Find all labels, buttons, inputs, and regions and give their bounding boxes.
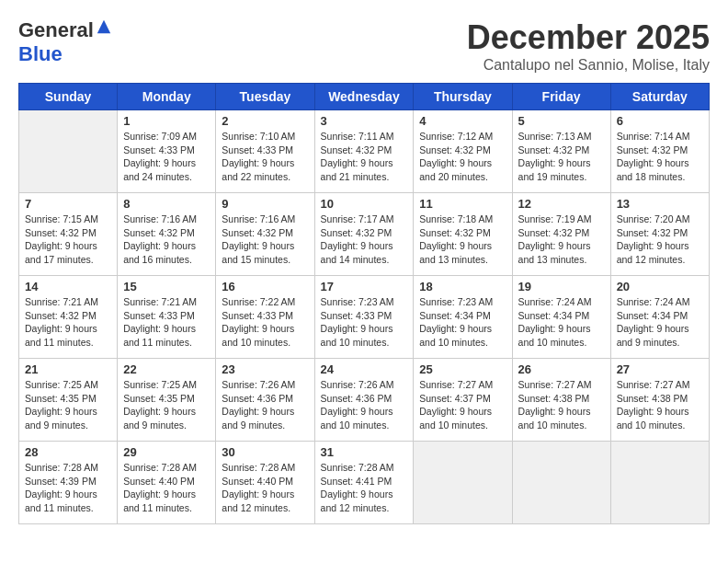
svg-marker-0 — [97, 20, 110, 33]
cell-info: Sunrise: 7:18 AMSunset: 4:32 PMDaylight:… — [419, 213, 506, 267]
cell-info: Sunrise: 7:24 AMSunset: 4:34 PMDaylight:… — [518, 295, 605, 350]
calendar-cell: 6Sunrise: 7:14 AMSunset: 4:32 PMDaylight… — [610, 110, 709, 193]
calendar-header-row: SundayMondayTuesdayWednesdayThursdayFrid… — [19, 84, 710, 110]
logo-icon — [96, 18, 112, 35]
column-header-wednesday: Wednesday — [314, 84, 414, 110]
calendar-cell: 28Sunrise: 7:28 AMSunset: 4:39 PMDayligh… — [19, 442, 118, 524]
day-number: 19 — [518, 280, 605, 293]
column-header-friday: Friday — [512, 84, 610, 110]
cell-info: Sunrise: 7:10 AMSunset: 4:33 PMDaylight:… — [222, 130, 308, 184]
column-header-thursday: Thursday — [414, 84, 512, 110]
day-number: 4 — [419, 114, 506, 128]
day-number: 21 — [25, 362, 111, 376]
calendar-cell: 17Sunrise: 7:23 AMSunset: 4:33 PMDayligh… — [314, 276, 414, 359]
logo-general-text: General — [18, 18, 94, 42]
day-number: 23 — [222, 362, 308, 376]
calendar-cell: 4Sunrise: 7:12 AMSunset: 4:32 PMDaylight… — [414, 110, 512, 193]
cell-info: Sunrise: 7:17 AMSunset: 4:32 PMDaylight:… — [321, 213, 408, 267]
calendar-week-2: 7Sunrise: 7:15 AMSunset: 4:32 PMDaylight… — [19, 193, 710, 276]
day-number: 18 — [419, 280, 506, 293]
column-header-sunday: Sunday — [19, 84, 118, 110]
cell-info: Sunrise: 7:26 AMSunset: 4:36 PMDaylight:… — [222, 378, 308, 432]
day-number: 25 — [419, 362, 506, 376]
day-number: 9 — [222, 197, 308, 211]
day-number: 13 — [617, 197, 703, 211]
cell-info: Sunrise: 7:21 AMSunset: 4:32 PMDaylight:… — [25, 295, 111, 350]
column-header-saturday: Saturday — [610, 84, 709, 110]
calendar-cell: 20Sunrise: 7:24 AMSunset: 4:34 PMDayligh… — [610, 276, 709, 359]
cell-info: Sunrise: 7:28 AMSunset: 4:40 PMDaylight:… — [123, 461, 210, 515]
calendar-cell: 18Sunrise: 7:23 AMSunset: 4:34 PMDayligh… — [414, 276, 512, 359]
calendar-cell: 15Sunrise: 7:21 AMSunset: 4:33 PMDayligh… — [118, 276, 216, 359]
calendar-cell — [610, 442, 709, 524]
day-number: 10 — [321, 197, 408, 211]
calendar-cell: 13Sunrise: 7:20 AMSunset: 4:32 PMDayligh… — [610, 193, 709, 276]
calendar-cell: 1Sunrise: 7:09 AMSunset: 4:33 PMDaylight… — [118, 110, 216, 193]
calendar-cell: 25Sunrise: 7:27 AMSunset: 4:37 PMDayligh… — [414, 359, 512, 442]
calendar-cell: 2Sunrise: 7:10 AMSunset: 4:33 PMDaylight… — [216, 110, 314, 193]
day-number: 17 — [321, 280, 408, 293]
day-number: 15 — [123, 280, 210, 293]
cell-info: Sunrise: 7:15 AMSunset: 4:32 PMDaylight:… — [25, 213, 111, 267]
cell-info: Sunrise: 7:23 AMSunset: 4:33 PMDaylight:… — [321, 295, 408, 350]
cell-info: Sunrise: 7:16 AMSunset: 4:32 PMDaylight:… — [123, 213, 210, 267]
calendar-body: 1Sunrise: 7:09 AMSunset: 4:33 PMDaylight… — [19, 110, 710, 524]
cell-info: Sunrise: 7:22 AMSunset: 4:33 PMDaylight:… — [222, 295, 308, 350]
calendar-cell — [19, 110, 118, 193]
day-number: 26 — [518, 362, 605, 376]
calendar-cell: 30Sunrise: 7:28 AMSunset: 4:40 PMDayligh… — [216, 442, 314, 524]
cell-info: Sunrise: 7:16 AMSunset: 4:32 PMDaylight:… — [222, 213, 308, 267]
day-number: 12 — [518, 197, 605, 211]
day-number: 2 — [222, 114, 308, 128]
day-number: 11 — [419, 197, 506, 211]
cell-info: Sunrise: 7:21 AMSunset: 4:33 PMDaylight:… — [123, 295, 210, 350]
cell-info: Sunrise: 7:24 AMSunset: 4:34 PMDaylight:… — [617, 295, 703, 350]
cell-info: Sunrise: 7:14 AMSunset: 4:32 PMDaylight:… — [617, 130, 703, 184]
calendar-week-1: 1Sunrise: 7:09 AMSunset: 4:33 PMDaylight… — [19, 110, 710, 193]
column-header-tuesday: Tuesday — [216, 84, 314, 110]
calendar-cell: 26Sunrise: 7:27 AMSunset: 4:38 PMDayligh… — [512, 359, 610, 442]
calendar-cell: 31Sunrise: 7:28 AMSunset: 4:41 PMDayligh… — [314, 442, 414, 524]
day-number: 31 — [321, 445, 408, 459]
cell-info: Sunrise: 7:27 AMSunset: 4:38 PMDaylight:… — [617, 378, 703, 432]
calendar-cell: 8Sunrise: 7:16 AMSunset: 4:32 PMDaylight… — [118, 193, 216, 276]
day-number: 28 — [25, 445, 111, 459]
day-number: 14 — [25, 280, 111, 293]
day-number: 6 — [617, 114, 703, 128]
calendar-cell: 11Sunrise: 7:18 AMSunset: 4:32 PMDayligh… — [414, 193, 512, 276]
day-number: 3 — [321, 114, 408, 128]
day-number: 27 — [617, 362, 703, 376]
day-number: 16 — [222, 280, 308, 293]
cell-info: Sunrise: 7:26 AMSunset: 4:36 PMDaylight:… — [321, 378, 408, 432]
cell-info: Sunrise: 7:28 AMSunset: 4:41 PMDaylight:… — [321, 461, 408, 515]
cell-info: Sunrise: 7:23 AMSunset: 4:34 PMDaylight:… — [419, 295, 506, 350]
cell-info: Sunrise: 7:27 AMSunset: 4:38 PMDaylight:… — [518, 378, 605, 432]
calendar-cell: 23Sunrise: 7:26 AMSunset: 4:36 PMDayligh… — [216, 359, 314, 442]
cell-info: Sunrise: 7:12 AMSunset: 4:32 PMDaylight:… — [419, 130, 506, 184]
calendar-cell: 14Sunrise: 7:21 AMSunset: 4:32 PMDayligh… — [19, 276, 118, 359]
calendar-cell: 7Sunrise: 7:15 AMSunset: 4:32 PMDaylight… — [19, 193, 118, 276]
day-number: 8 — [123, 197, 210, 211]
logo: General Blue — [18, 18, 112, 66]
calendar-cell: 19Sunrise: 7:24 AMSunset: 4:34 PMDayligh… — [512, 276, 610, 359]
calendar-week-5: 28Sunrise: 7:28 AMSunset: 4:39 PMDayligh… — [19, 442, 710, 524]
calendar-table: SundayMondayTuesdayWednesdayThursdayFrid… — [18, 83, 710, 524]
cell-info: Sunrise: 7:20 AMSunset: 4:32 PMDaylight:… — [617, 213, 703, 267]
day-number: 20 — [617, 280, 703, 293]
cell-info: Sunrise: 7:28 AMSunset: 4:40 PMDaylight:… — [222, 461, 308, 515]
calendar-cell: 22Sunrise: 7:25 AMSunset: 4:35 PMDayligh… — [118, 359, 216, 442]
day-number: 1 — [123, 114, 210, 128]
calendar-week-4: 21Sunrise: 7:25 AMSunset: 4:35 PMDayligh… — [19, 359, 710, 442]
cell-info: Sunrise: 7:28 AMSunset: 4:39 PMDaylight:… — [25, 461, 111, 515]
calendar-cell: 24Sunrise: 7:26 AMSunset: 4:36 PMDayligh… — [314, 359, 414, 442]
calendar-cell: 10Sunrise: 7:17 AMSunset: 4:32 PMDayligh… — [314, 193, 414, 276]
location-title: Cantalupo nel Sannio, Molise, Italy — [467, 57, 710, 74]
cell-info: Sunrise: 7:13 AMSunset: 4:32 PMDaylight:… — [518, 130, 605, 184]
day-number: 5 — [518, 114, 605, 128]
calendar-week-3: 14Sunrise: 7:21 AMSunset: 4:32 PMDayligh… — [19, 276, 710, 359]
cell-info: Sunrise: 7:09 AMSunset: 4:33 PMDaylight:… — [123, 130, 210, 184]
day-number: 24 — [321, 362, 408, 376]
cell-info: Sunrise: 7:25 AMSunset: 4:35 PMDaylight:… — [25, 378, 111, 432]
day-number: 29 — [123, 445, 210, 459]
calendar-cell — [512, 442, 610, 524]
